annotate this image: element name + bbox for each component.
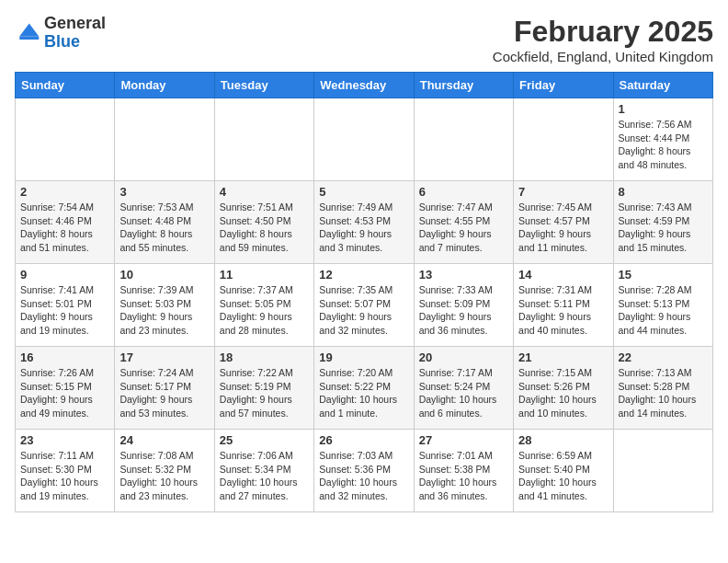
weekday-header-tuesday: Tuesday: [214, 73, 313, 98]
day-number: 28: [518, 433, 608, 447]
day-number: 1: [619, 102, 708, 116]
day-detail: Sunrise: 7:11 AM Sunset: 5:30 PM Dayligh…: [20, 449, 109, 503]
calendar-cell: [314, 98, 414, 181]
day-detail: Sunrise: 7:24 AM Sunset: 5:17 PM Dayligh…: [119, 366, 209, 420]
week-row-0: 1Sunrise: 7:56 AM Sunset: 4:44 PM Daylig…: [16, 98, 713, 181]
day-detail: Sunrise: 7:28 AM Sunset: 5:13 PM Dayligh…: [619, 283, 708, 338]
calendar-cell: 19Sunrise: 7:20 AM Sunset: 5:22 PM Dayli…: [314, 347, 414, 430]
logo-text: General Blue: [44, 15, 106, 52]
calendar-cell: [414, 98, 513, 181]
calendar-cell: 1Sunrise: 7:56 AM Sunset: 4:44 PM Daylig…: [613, 98, 712, 181]
week-row-3: 16Sunrise: 7:26 AM Sunset: 5:15 PM Dayli…: [16, 347, 713, 430]
logo: General Blue: [15, 15, 106, 52]
day-detail: Sunrise: 7:54 AM Sunset: 4:46 PM Dayligh…: [20, 201, 109, 255]
calendar-cell: 9Sunrise: 7:41 AM Sunset: 5:01 PM Daylig…: [16, 264, 115, 347]
calendar-cell: [514, 98, 613, 181]
calendar-cell: [16, 98, 115, 181]
day-detail: Sunrise: 7:43 AM Sunset: 4:59 PM Dayligh…: [619, 201, 708, 255]
calendar-cell: 21Sunrise: 7:15 AM Sunset: 5:26 PM Dayli…: [514, 347, 613, 430]
svg-marker-0: [19, 23, 39, 36]
calendar-cell: 17Sunrise: 7:24 AM Sunset: 5:17 PM Dayli…: [115, 347, 214, 430]
page-header: General Blue February 2025 Cockfield, En…: [15, 15, 713, 64]
day-number: 4: [220, 185, 309, 199]
calendar-cell: 12Sunrise: 7:35 AM Sunset: 5:07 PM Dayli…: [314, 264, 414, 347]
day-number: 3: [119, 185, 209, 199]
day-detail: Sunrise: 7:51 AM Sunset: 4:50 PM Dayligh…: [220, 201, 309, 255]
svg-rect-1: [19, 36, 39, 40]
calendar-cell: 11Sunrise: 7:37 AM Sunset: 5:05 PM Dayli…: [214, 264, 313, 347]
calendar-cell: [613, 430, 712, 512]
day-detail: Sunrise: 7:03 AM Sunset: 5:36 PM Dayligh…: [319, 449, 408, 503]
day-number: 14: [518, 268, 608, 282]
calendar-subtitle: Cockfield, England, United Kingdom: [493, 49, 713, 64]
calendar-cell: 15Sunrise: 7:28 AM Sunset: 5:13 PM Dayli…: [613, 264, 712, 347]
day-detail: Sunrise: 7:37 AM Sunset: 5:05 PM Dayligh…: [220, 283, 309, 338]
calendar-cell: 6Sunrise: 7:47 AM Sunset: 4:55 PM Daylig…: [414, 181, 513, 264]
day-detail: Sunrise: 7:49 AM Sunset: 4:53 PM Dayligh…: [319, 201, 408, 255]
calendar-cell: 18Sunrise: 7:22 AM Sunset: 5:19 PM Dayli…: [214, 347, 313, 430]
calendar-cell: 7Sunrise: 7:45 AM Sunset: 4:57 PM Daylig…: [514, 181, 613, 264]
day-detail: Sunrise: 7:39 AM Sunset: 5:03 PM Dayligh…: [119, 283, 209, 338]
calendar-cell: 20Sunrise: 7:17 AM Sunset: 5:24 PM Dayli…: [414, 347, 513, 430]
day-number: 26: [319, 433, 408, 447]
weekday-header-monday: Monday: [115, 73, 214, 98]
day-number: 19: [319, 350, 408, 364]
calendar-title: February 2025: [493, 15, 713, 49]
day-detail: Sunrise: 7:47 AM Sunset: 4:55 PM Dayligh…: [419, 201, 508, 255]
day-detail: Sunrise: 7:17 AM Sunset: 5:24 PM Dayligh…: [419, 366, 508, 420]
day-number: 27: [419, 433, 508, 447]
logo-blue: Blue: [44, 32, 80, 51]
day-number: 2: [20, 185, 109, 199]
calendar-cell: 2Sunrise: 7:54 AM Sunset: 4:46 PM Daylig…: [16, 181, 115, 264]
day-number: 12: [319, 268, 408, 282]
day-number: 6: [419, 185, 508, 199]
calendar-cell: 16Sunrise: 7:26 AM Sunset: 5:15 PM Dayli…: [16, 347, 115, 430]
day-detail: Sunrise: 7:20 AM Sunset: 5:22 PM Dayligh…: [319, 366, 408, 420]
calendar-cell: 3Sunrise: 7:53 AM Sunset: 4:48 PM Daylig…: [115, 181, 214, 264]
day-number: 7: [518, 185, 608, 199]
day-number: 25: [220, 433, 309, 447]
calendar-cell: 14Sunrise: 7:31 AM Sunset: 5:11 PM Dayli…: [514, 264, 613, 347]
weekday-header-saturday: Saturday: [613, 73, 712, 98]
week-row-1: 2Sunrise: 7:54 AM Sunset: 4:46 PM Daylig…: [16, 181, 713, 264]
day-number: 23: [20, 433, 109, 447]
calendar-table: SundayMondayTuesdayWednesdayThursdayFrid…: [15, 72, 713, 512]
day-number: 21: [518, 350, 608, 364]
day-number: 13: [419, 268, 508, 282]
calendar-cell: 5Sunrise: 7:49 AM Sunset: 4:53 PM Daylig…: [314, 181, 414, 264]
calendar-cell: 8Sunrise: 7:43 AM Sunset: 4:59 PM Daylig…: [613, 181, 712, 264]
day-detail: Sunrise: 7:08 AM Sunset: 5:32 PM Dayligh…: [119, 449, 209, 503]
weekday-header-sunday: Sunday: [16, 73, 115, 98]
day-detail: Sunrise: 7:31 AM Sunset: 5:11 PM Dayligh…: [518, 283, 608, 338]
day-detail: Sunrise: 7:33 AM Sunset: 5:09 PM Dayligh…: [419, 283, 508, 338]
weekday-header-thursday: Thursday: [414, 73, 513, 98]
day-detail: Sunrise: 7:22 AM Sunset: 5:19 PM Dayligh…: [220, 366, 309, 420]
day-number: 9: [20, 268, 109, 282]
day-detail: Sunrise: 7:53 AM Sunset: 4:48 PM Dayligh…: [119, 201, 209, 255]
calendar-cell: 25Sunrise: 7:06 AM Sunset: 5:34 PM Dayli…: [214, 430, 313, 512]
day-number: 20: [419, 350, 508, 364]
day-number: 8: [619, 185, 708, 199]
day-number: 11: [220, 268, 309, 282]
day-detail: Sunrise: 7:41 AM Sunset: 5:01 PM Dayligh…: [20, 283, 109, 338]
weekday-header-wednesday: Wednesday: [314, 73, 414, 98]
day-number: 22: [619, 350, 708, 364]
week-row-2: 9Sunrise: 7:41 AM Sunset: 5:01 PM Daylig…: [16, 264, 713, 347]
day-detail: Sunrise: 7:35 AM Sunset: 5:07 PM Dayligh…: [319, 283, 408, 338]
calendar-cell: 4Sunrise: 7:51 AM Sunset: 4:50 PM Daylig…: [214, 181, 313, 264]
weekday-header-row: SundayMondayTuesdayWednesdayThursdayFrid…: [16, 73, 713, 98]
calendar-cell: 10Sunrise: 7:39 AM Sunset: 5:03 PM Dayli…: [115, 264, 214, 347]
day-number: 18: [220, 350, 309, 364]
day-detail: Sunrise: 6:59 AM Sunset: 5:40 PM Dayligh…: [518, 449, 608, 503]
day-detail: Sunrise: 7:15 AM Sunset: 5:26 PM Dayligh…: [518, 366, 608, 420]
weekday-header-friday: Friday: [514, 73, 613, 98]
day-number: 24: [119, 433, 209, 447]
calendar-cell: 27Sunrise: 7:01 AM Sunset: 5:38 PM Dayli…: [414, 430, 513, 512]
day-detail: Sunrise: 7:26 AM Sunset: 5:15 PM Dayligh…: [20, 366, 109, 420]
week-row-4: 23Sunrise: 7:11 AM Sunset: 5:30 PM Dayli…: [16, 430, 713, 512]
calendar-cell: 24Sunrise: 7:08 AM Sunset: 5:32 PM Dayli…: [115, 430, 214, 512]
day-number: 15: [619, 268, 708, 282]
calendar-cell: 26Sunrise: 7:03 AM Sunset: 5:36 PM Dayli…: [314, 430, 414, 512]
logo-general: General: [44, 14, 106, 32]
calendar-cell: 28Sunrise: 6:59 AM Sunset: 5:40 PM Dayli…: [514, 430, 613, 512]
